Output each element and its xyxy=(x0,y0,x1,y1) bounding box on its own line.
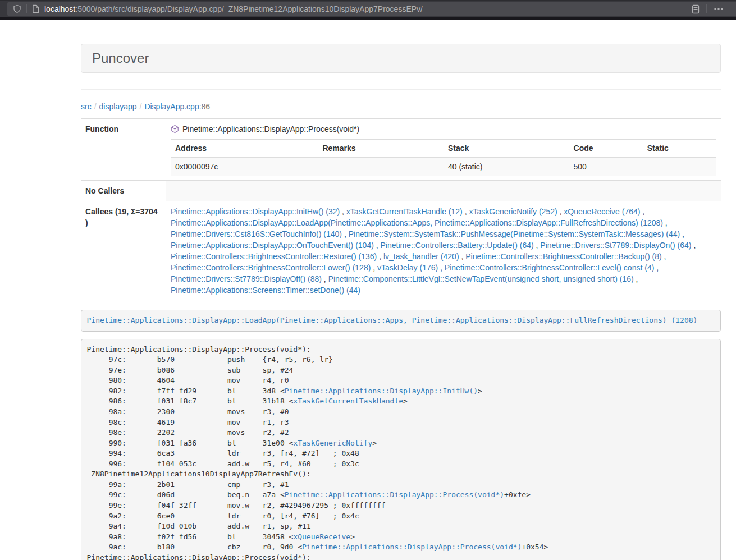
callee-link[interactable]: Pinetime::Drivers::St7789::DisplayOff() … xyxy=(171,274,322,283)
shield-icon[interactable] xyxy=(13,4,21,13)
callee-link[interactable]: xTaskGenericNotify (252) xyxy=(469,207,557,216)
callee-link[interactable]: Pinetime::Applications::DisplayApp::Init… xyxy=(171,207,340,216)
callee-link[interactable]: Pinetime::Controllers::BrightnessControl… xyxy=(171,252,377,261)
callee-link[interactable]: Pinetime::Applications::DisplayApp::OnTo… xyxy=(171,241,374,250)
cell-code: 500 xyxy=(569,158,643,176)
reader-mode-icon[interactable] xyxy=(692,4,700,14)
col-header-code: Code xyxy=(569,140,643,158)
callee-link[interactable]: Pinetime::Components::LittleVgl::SetNewT… xyxy=(328,274,634,283)
callees-row: Callees (19, Σ=3704 ) Pinetime::Applicat… xyxy=(81,201,721,301)
content-container: Puncover src/displayapp/DisplayApp.cpp:8… xyxy=(81,44,721,560)
address-bar[interactable]: localhost:5000/path/src/displayapp/Displ… xyxy=(7,2,736,16)
url-path: :5000/path/src/displayapp/DisplayApp.cpp… xyxy=(75,4,423,13)
breadcrumb-link-file[interactable]: DisplayApp.cpp xyxy=(144,102,199,111)
cell-static xyxy=(643,158,716,176)
header-divider xyxy=(81,89,721,90)
disassembly: Pinetime::Applications::DisplayApp::Proc… xyxy=(81,339,721,560)
code-symbol-link[interactable]: Pinetime::Applications::DisplayApp::Proc… xyxy=(302,543,522,551)
callee-link[interactable]: Pinetime::Drivers::St7789::DisplayOn() (… xyxy=(540,241,691,250)
code-symbol-link[interactable]: xTaskGenericNotify xyxy=(293,439,372,447)
code-symbol-link[interactable]: Pinetime::Applications::DisplayApp::Init… xyxy=(285,387,478,395)
toolbar-separator-2 xyxy=(706,4,707,13)
breadcrumb-link-displayapp[interactable]: displayapp xyxy=(99,102,137,111)
callee-link[interactable]: Pinetime::Controllers::BrightnessControl… xyxy=(171,263,371,272)
page-info-icon[interactable] xyxy=(32,4,39,13)
callee-link[interactable]: Pinetime::Controllers::BrightnessControl… xyxy=(465,252,661,261)
selected-callee-link[interactable]: Pinetime::Applications::DisplayApp::Load… xyxy=(87,316,698,324)
col-header-address: Address xyxy=(171,140,318,158)
col-header-static: Static xyxy=(643,140,716,158)
function-name: Pinetime::Applications::DisplayApp::Proc… xyxy=(182,123,359,135)
no-callers-row: No Callers xyxy=(81,181,721,201)
no-callers-empty-cell xyxy=(166,181,721,201)
metrics-header-row: Address Remarks Stack Code Static xyxy=(171,140,716,158)
toolbar-right xyxy=(685,4,730,14)
cell-stack: 40 (static) xyxy=(444,158,569,176)
breadcrumb-separator: / xyxy=(137,102,145,111)
breadcrumb-link-src[interactable]: src xyxy=(81,102,92,111)
callee-link[interactable]: Pinetime::Drivers::Cst816S::GetTouchInfo… xyxy=(171,229,342,238)
page-content: Puncover src/displayapp/DisplayApp.cpp:8… xyxy=(0,20,736,560)
page-title: Puncover xyxy=(92,50,710,67)
callee-link[interactable]: xTaskGetCurrentTaskHandle (12) xyxy=(346,207,463,216)
callee-link[interactable]: Pinetime::Controllers::Battery::Update()… xyxy=(381,241,534,250)
callees-label: Callees (19, Σ=3704 ) xyxy=(81,201,166,301)
no-callers-label: No Callers xyxy=(81,181,166,201)
function-row: Function Pinetime::Applications::Display… xyxy=(81,119,721,181)
code-symbol-link[interactable]: xQueueReceive xyxy=(293,533,350,541)
breadcrumb-line-number: :86 xyxy=(199,102,210,111)
col-header-remarks: Remarks xyxy=(318,140,444,158)
col-header-stack: Stack xyxy=(444,140,569,158)
callee-link[interactable]: Pinetime::Applications::DisplayApp::Load… xyxy=(171,218,663,227)
function-line: Pinetime::Applications::DisplayApp::Proc… xyxy=(171,123,716,135)
callees-list: Pinetime::Applications::DisplayApp::Init… xyxy=(166,201,721,301)
symbol-metrics-table: Address Remarks Stack Code Static xyxy=(171,139,716,176)
code-symbol-link[interactable]: xTaskGetCurrentTaskHandle xyxy=(293,397,403,405)
symbol-detail-table: Function Pinetime::Applications::Display… xyxy=(81,118,721,300)
selected-callee-box: Pinetime::Applications::DisplayApp::Load… xyxy=(81,310,721,332)
function-label: Function xyxy=(81,119,166,181)
cell-address: 0x0000097c xyxy=(171,158,318,176)
cell-remarks xyxy=(318,158,444,176)
app-header: Puncover xyxy=(81,44,721,73)
callee-link[interactable]: Pinetime::Controllers::BrightnessControl… xyxy=(445,263,654,272)
callee-link[interactable]: vTaskDelay (176) xyxy=(377,263,438,272)
breadcrumb: src/displayapp/DisplayApp.cpp:86 xyxy=(81,101,721,112)
browser-window: localhost:5000/path/src/displayapp/Displ… xyxy=(0,0,736,560)
url-text: localhost:5000/path/src/displayapp/Displ… xyxy=(44,4,680,13)
callee-link[interactable]: Pinetime::Applications::Screens::Timer::… xyxy=(171,286,360,295)
url-host: localhost xyxy=(44,4,75,13)
toolbar-separator xyxy=(26,4,27,13)
metrics-data-row: 0x0000097c 40 (static) 500 xyxy=(171,158,716,176)
callee-link[interactable]: xQueueReceive (764) xyxy=(564,207,640,216)
overflow-menu-icon[interactable] xyxy=(714,4,724,13)
code-symbol-link[interactable]: Pinetime::Applications::DisplayApp::Proc… xyxy=(285,490,504,499)
callee-link[interactable]: lv_task_handler (420) xyxy=(383,252,459,261)
browser-toolbar: localhost:5000/path/src/displayapp/Displ… xyxy=(0,0,736,20)
callee-link[interactable]: Pinetime::System::SystemTask::PushMessag… xyxy=(349,229,680,238)
breadcrumb-separator: / xyxy=(92,102,99,111)
package-icon xyxy=(171,125,179,134)
